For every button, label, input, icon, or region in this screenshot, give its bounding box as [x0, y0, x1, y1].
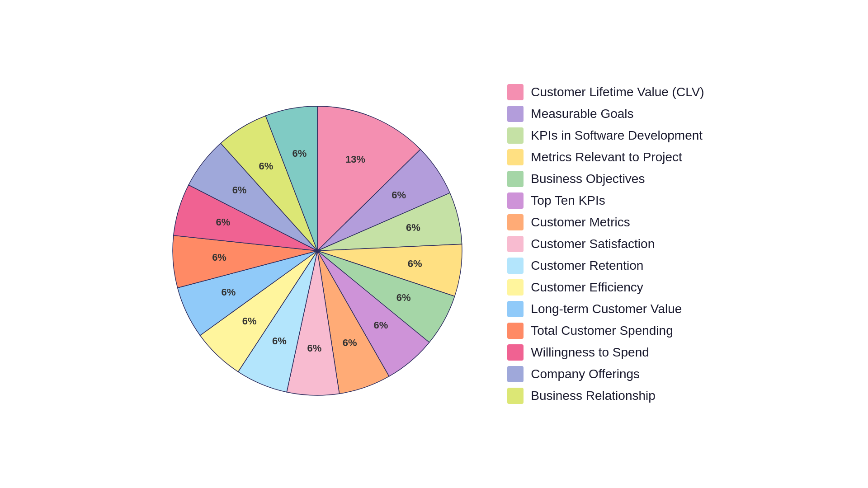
legend-color-box [507, 301, 524, 317]
legend-item: Willingness to Spend [507, 344, 704, 361]
legend-item: Measurable Goals [507, 106, 704, 122]
legend-label: Customer Metrics [531, 215, 630, 230]
legend-label: Business Objectives [531, 172, 645, 186]
legend-label: KPIs in Software Development [531, 128, 703, 143]
legend-color-box [507, 171, 524, 187]
svg-text:6%: 6% [374, 319, 388, 331]
legend-label: Top Ten KPIs [531, 193, 605, 208]
legend-color-box [507, 106, 524, 122]
svg-text:6%: 6% [408, 258, 422, 269]
legend-item: Customer Efficiency [507, 279, 704, 296]
pie-svg: 13%6%6%6%6%6%6%6%6%6%6%6%6%6%6%6% [164, 97, 471, 404]
legend-label: Business Relationship [531, 389, 656, 403]
svg-text:6%: 6% [396, 292, 411, 303]
svg-text:6%: 6% [406, 222, 420, 233]
legend-label: Willingness to Spend [531, 345, 649, 360]
svg-text:6%: 6% [292, 148, 307, 159]
legend-label: Total Customer Spending [531, 324, 673, 338]
svg-text:6%: 6% [259, 160, 274, 172]
legend-item: Business Relationship [507, 388, 704, 404]
legend-color-box [507, 149, 524, 165]
legend-item: Business Objectives [507, 171, 704, 187]
chart-section: 13%6%6%6%6%6%6%6%6%6%6%6%6%6%6%6% [164, 84, 471, 404]
legend-item: KPIs in Software Development [507, 127, 704, 144]
svg-text:6%: 6% [343, 337, 357, 348]
svg-text:6%: 6% [222, 286, 236, 298]
legend-color-box [507, 214, 524, 230]
legend-item: Customer Satisfaction [507, 236, 704, 252]
svg-text:6%: 6% [232, 184, 247, 196]
legend-color-box [507, 258, 524, 274]
legend-label: Customer Retention [531, 258, 643, 273]
legend-item: Top Ten KPIs [507, 192, 704, 209]
legend: Customer Lifetime Value (CLV)Measurable … [507, 84, 704, 404]
pie-chart: 13%6%6%6%6%6%6%6%6%6%6%6%6%6%6%6% [164, 97, 471, 404]
legend-item: Total Customer Spending [507, 323, 704, 339]
svg-text:13%: 13% [345, 154, 365, 165]
svg-text:6%: 6% [242, 315, 257, 327]
legend-item: Customer Lifetime Value (CLV) [507, 84, 704, 100]
svg-text:6%: 6% [272, 335, 287, 347]
legend-label: Customer Efficiency [531, 280, 643, 295]
legend-label: Measurable Goals [531, 107, 633, 121]
legend-color-box [507, 84, 524, 100]
legend-color-box [507, 192, 524, 209]
legend-label: Customer Satisfaction [531, 237, 655, 251]
legend-item: Long-term Customer Value [507, 301, 704, 317]
legend-color-box [507, 366, 524, 382]
legend-label: Metrics Relevant to Project [531, 150, 682, 164]
legend-label: Long-term Customer Value [531, 302, 682, 316]
legend-color-box [507, 279, 524, 296]
legend-item: Customer Metrics [507, 214, 704, 230]
legend-color-box [507, 323, 524, 339]
svg-text:6%: 6% [392, 189, 406, 201]
legend-color-box [507, 127, 524, 144]
legend-label: Company Offerings [531, 367, 640, 381]
legend-label: Customer Lifetime Value (CLV) [531, 85, 704, 99]
legend-item: Metrics Relevant to Project [507, 149, 704, 165]
legend-item: Company Offerings [507, 366, 704, 382]
legend-color-box [507, 388, 524, 404]
legend-item: Customer Retention [507, 258, 704, 274]
legend-color-box [507, 236, 524, 252]
main-container: 13%6%6%6%6%6%6%6%6%6%6%6%6%6%6%6% Custom… [0, 0, 868, 488]
svg-text:6%: 6% [307, 343, 322, 354]
legend-color-box [507, 344, 524, 361]
svg-text:6%: 6% [212, 252, 226, 263]
svg-text:6%: 6% [216, 216, 231, 228]
